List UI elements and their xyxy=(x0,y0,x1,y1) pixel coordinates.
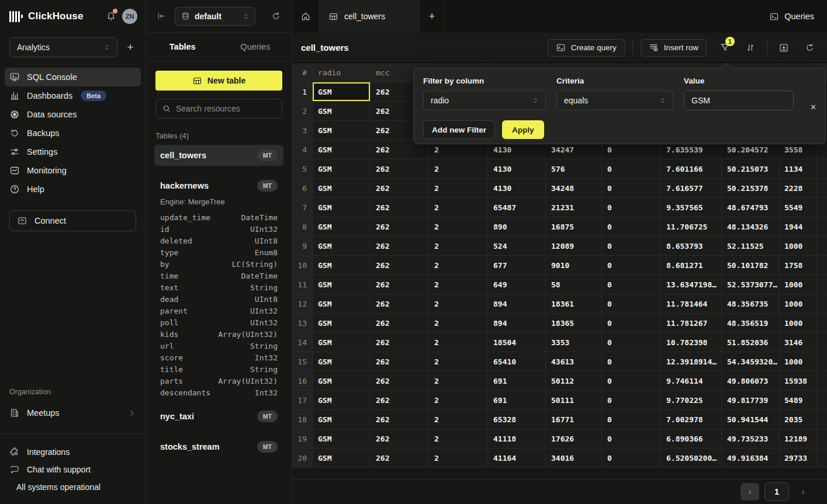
data-cell[interactable]: 10.782398 xyxy=(661,333,722,352)
data-cell[interactable]: 4130 xyxy=(488,179,546,198)
data-cell[interactable]: 0 xyxy=(602,410,661,429)
data-cell[interactable]: 2 xyxy=(429,275,488,294)
data-cell[interactable]: 17626 xyxy=(546,429,602,449)
data-cell[interactable]: 3353 xyxy=(546,333,602,352)
sidebar-item-meetups[interactable]: Meetups xyxy=(9,403,136,423)
data-cell[interactable]: 12.3918914… xyxy=(661,352,722,371)
data-cell[interactable]: 8.681271 xyxy=(661,256,722,275)
data-cell[interactable]: 54.3459320… xyxy=(722,352,779,371)
data-cell[interactable]: 262 xyxy=(371,352,429,371)
data-cell[interactable]: 29733 xyxy=(779,449,817,468)
data-cell[interactable]: 11.706725 xyxy=(661,217,722,237)
data-cell[interactable]: 5549 xyxy=(779,198,817,217)
data-cell[interactable]: 262 xyxy=(371,159,429,179)
sort-button[interactable] xyxy=(742,39,759,57)
sidebar-footer-item[interactable]: All systems operational xyxy=(9,478,136,496)
data-cell[interactable]: 0 xyxy=(602,275,661,294)
home-tab[interactable] xyxy=(292,0,319,33)
sidebar-nav-item[interactable]: SQL Console xyxy=(5,68,141,86)
data-cell[interactable]: 0 xyxy=(602,391,661,410)
data-cell[interactable]: 2 xyxy=(429,429,488,449)
filter-button[interactable]: 1 xyxy=(716,39,733,57)
data-cell[interactable]: 0 xyxy=(602,333,661,352)
data-cell[interactable]: GSM xyxy=(313,256,371,275)
data-cell[interactable]: 16875 xyxy=(546,217,602,237)
data-cell[interactable]: 52.5373077… xyxy=(722,275,779,294)
download-button[interactable] xyxy=(775,39,793,57)
data-cell[interactable]: GSM xyxy=(313,82,371,102)
data-cell[interactable]: 52.11525 xyxy=(722,237,779,256)
data-cell[interactable]: 1134 xyxy=(779,159,817,179)
data-cell[interactable]: 13.6347198… xyxy=(661,275,722,294)
data-cell[interactable]: 2 xyxy=(429,217,488,237)
filter-criteria-select[interactable]: equals xyxy=(556,91,673,110)
data-cell[interactable]: 43613 xyxy=(546,352,602,371)
insert-row-button[interactable]: Insert row xyxy=(641,39,707,57)
data-cell[interactable]: 262 xyxy=(371,294,429,314)
data-cell[interactable]: 262 xyxy=(371,237,429,256)
data-cell[interactable]: 677 xyxy=(488,256,546,275)
data-cell[interactable]: 49.735233 xyxy=(722,429,779,449)
new-tab-button[interactable]: + xyxy=(420,0,445,33)
connect-button[interactable]: Connect xyxy=(9,210,136,231)
queries-button[interactable]: Queries xyxy=(769,12,814,22)
close-icon[interactable]: ✕ xyxy=(810,101,816,113)
data-cell[interactable]: 262 xyxy=(371,371,429,391)
table-list-item[interactable]: hackernews MT xyxy=(154,175,283,196)
data-cell[interactable]: 49.806073 xyxy=(722,371,779,391)
data-cell[interactable]: GSM xyxy=(313,102,371,121)
table-list-item[interactable]: cell_towers MT xyxy=(154,145,283,166)
data-cell[interactable]: 0 xyxy=(602,449,661,468)
data-cell[interactable]: 34248 xyxy=(546,179,602,198)
data-cell[interactable]: 48.674793 xyxy=(722,198,779,217)
data-cell[interactable]: 50.941544 xyxy=(722,410,779,429)
data-cell[interactable]: 0 xyxy=(602,256,661,275)
data-cell[interactable]: 21231 xyxy=(546,198,602,217)
data-cell[interactable]: 4130 xyxy=(488,159,546,179)
data-cell[interactable]: 0 xyxy=(602,294,661,314)
data-cell[interactable]: GSM xyxy=(313,352,371,371)
apply-filter-button[interactable]: Apply xyxy=(502,120,544,139)
data-cell[interactable]: 0 xyxy=(602,429,661,449)
tab-cell-towers[interactable]: cell_towers xyxy=(319,0,420,33)
data-cell[interactable]: 894 xyxy=(488,294,546,314)
explorer-tab[interactable]: Queries xyxy=(219,33,292,61)
data-cell[interactable]: 262 xyxy=(371,391,429,410)
data-cell[interactable]: 11.781464 xyxy=(661,294,722,314)
data-cell[interactable]: 1000 xyxy=(779,314,817,333)
sidebar-nav-item[interactable]: Monitoring xyxy=(5,161,141,180)
data-cell[interactable]: 649 xyxy=(488,275,546,294)
data-cell[interactable]: 9010 xyxy=(546,256,602,275)
data-cell[interactable]: 2 xyxy=(429,179,488,198)
refresh-resources-icon[interactable] xyxy=(271,11,281,21)
data-cell[interactable]: 2 xyxy=(429,371,488,391)
data-cell[interactable]: 58 xyxy=(546,275,602,294)
data-cell[interactable]: 5489 xyxy=(779,391,817,410)
data-cell[interactable]: 65410 xyxy=(488,352,546,371)
data-cell[interactable]: 18365 xyxy=(546,314,602,333)
avatar[interactable]: ZN xyxy=(122,9,137,24)
current-page[interactable]: 1 xyxy=(764,482,789,501)
data-cell[interactable]: 2 xyxy=(429,410,488,429)
data-cell[interactable]: GSM xyxy=(313,429,371,449)
explorer-tab[interactable]: Tables xyxy=(146,33,219,61)
data-cell[interactable]: GSM xyxy=(313,198,371,217)
data-cell[interactable]: 0 xyxy=(602,314,661,333)
database-select[interactable]: default xyxy=(175,7,255,26)
data-cell[interactable]: GSM xyxy=(313,333,371,352)
data-cell[interactable]: 50112 xyxy=(546,371,602,391)
data-cell[interactable]: 51.852036 xyxy=(722,333,779,352)
data-cell[interactable]: 49.817739 xyxy=(722,391,779,410)
data-cell[interactable]: 50111 xyxy=(546,391,602,410)
data-cell[interactable]: 7.601166 xyxy=(661,159,722,179)
data-cell[interactable]: 0 xyxy=(602,352,661,371)
data-cell[interactable]: GSM xyxy=(313,237,371,256)
data-cell[interactable]: 2 xyxy=(429,159,488,179)
create-query-button[interactable]: Create query xyxy=(548,39,625,57)
data-cell[interactable]: 9.357565 xyxy=(661,198,722,217)
data-cell[interactable]: 50.215073 xyxy=(722,159,779,179)
data-cell[interactable]: GSM xyxy=(313,371,371,391)
data-cell[interactable]: 1758 xyxy=(779,256,817,275)
data-cell[interactable]: 2 xyxy=(429,333,488,352)
filter-column-select[interactable]: radio xyxy=(423,91,546,110)
